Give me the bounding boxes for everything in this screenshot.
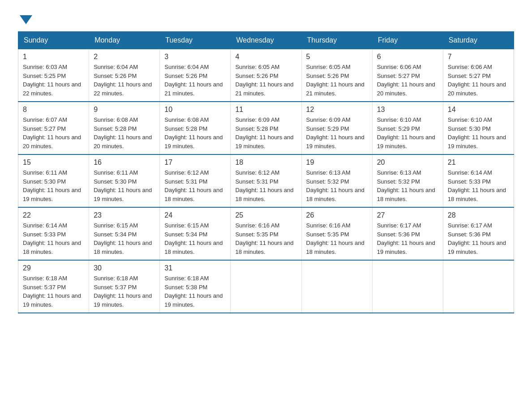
day-info: Sunrise: 6:07 AM Sunset: 5:27 PM Dayligh… [23, 116, 84, 150]
day-number: 10 [164, 106, 226, 114]
calendar-cell: 13 Sunrise: 6:10 AM Sunset: 5:29 PM Dayl… [372, 102, 443, 154]
calendar-table: SundayMondayTuesdayWednesdayThursdayFrid… [18, 31, 514, 313]
day-number: 13 [377, 106, 438, 114]
header-row: SundayMondayTuesdayWednesdayThursdayFrid… [18, 32, 514, 49]
calendar-cell: 7 Sunrise: 6:06 AM Sunset: 5:27 PM Dayli… [443, 49, 514, 102]
day-number: 6 [377, 53, 438, 61]
day-number: 20 [377, 158, 438, 167]
calendar-cell: 20 Sunrise: 6:13 AM Sunset: 5:32 PM Dayl… [372, 154, 443, 207]
calendar-cell: 30 Sunrise: 6:18 AM Sunset: 5:37 PM Dayl… [89, 260, 160, 313]
calendar-cell: 29 Sunrise: 6:18 AM Sunset: 5:37 PM Dayl… [18, 260, 89, 313]
day-info: Sunrise: 6:06 AM Sunset: 5:27 PM Dayligh… [377, 63, 438, 98]
day-info: Sunrise: 6:16 AM Sunset: 5:35 PM Dayligh… [235, 221, 296, 256]
day-number: 12 [306, 106, 368, 114]
logo [18, 13, 32, 22]
day-info: Sunrise: 6:11 AM Sunset: 5:30 PM Dayligh… [23, 168, 84, 203]
day-info: Sunrise: 6:11 AM Sunset: 5:30 PM Dayligh… [94, 168, 155, 203]
calendar-cell: 24 Sunrise: 6:15 AM Sunset: 5:34 PM Dayl… [160, 207, 231, 260]
day-info: Sunrise: 6:15 AM Sunset: 5:34 PM Dayligh… [164, 221, 226, 256]
day-number: 9 [94, 106, 155, 114]
calendar-cell: 5 Sunrise: 6:05 AM Sunset: 5:26 PM Dayli… [301, 49, 372, 102]
column-header-friday: Friday [372, 32, 443, 49]
calendar-cell: 14 Sunrise: 6:10 AM Sunset: 5:30 PM Dayl… [443, 102, 514, 154]
day-info: Sunrise: 6:04 AM Sunset: 5:26 PM Dayligh… [94, 63, 155, 98]
day-info: Sunrise: 6:15 AM Sunset: 5:34 PM Dayligh… [94, 221, 155, 256]
day-info: Sunrise: 6:08 AM Sunset: 5:28 PM Dayligh… [164, 116, 226, 150]
day-info: Sunrise: 6:13 AM Sunset: 5:32 PM Dayligh… [377, 168, 438, 203]
day-info: Sunrise: 6:12 AM Sunset: 5:31 PM Dayligh… [235, 168, 296, 203]
day-number: 14 [448, 106, 509, 114]
day-info: Sunrise: 6:14 AM Sunset: 5:33 PM Dayligh… [448, 168, 509, 203]
column-header-saturday: Saturday [443, 32, 514, 49]
day-number: 29 [23, 264, 84, 272]
calendar-cell: 11 Sunrise: 6:09 AM Sunset: 5:28 PM Dayl… [231, 102, 301, 154]
calendar-cell: 28 Sunrise: 6:17 AM Sunset: 5:36 PM Dayl… [443, 207, 514, 260]
day-info: Sunrise: 6:17 AM Sunset: 5:36 PM Dayligh… [377, 221, 438, 256]
calendar-cell: 26 Sunrise: 6:16 AM Sunset: 5:35 PM Dayl… [301, 207, 372, 260]
calendar-week-3: 15 Sunrise: 6:11 AM Sunset: 5:30 PM Dayl… [18, 154, 514, 207]
day-info: Sunrise: 6:06 AM Sunset: 5:27 PM Dayligh… [448, 63, 509, 98]
day-number: 16 [94, 158, 155, 167]
day-number: 7 [448, 53, 509, 61]
calendar-cell: 18 Sunrise: 6:12 AM Sunset: 5:31 PM Dayl… [231, 154, 301, 207]
calendar-cell: 25 Sunrise: 6:16 AM Sunset: 5:35 PM Dayl… [231, 207, 301, 260]
day-info: Sunrise: 6:04 AM Sunset: 5:26 PM Dayligh… [164, 63, 226, 98]
day-number: 1 [23, 53, 84, 61]
day-number: 21 [448, 158, 509, 167]
day-info: Sunrise: 6:05 AM Sunset: 5:26 PM Dayligh… [235, 63, 296, 98]
day-number: 22 [23, 211, 84, 219]
calendar-cell: 16 Sunrise: 6:11 AM Sunset: 5:30 PM Dayl… [89, 154, 160, 207]
day-number: 26 [306, 211, 368, 219]
day-info: Sunrise: 6:09 AM Sunset: 5:29 PM Dayligh… [306, 116, 368, 150]
day-number: 25 [235, 211, 296, 219]
day-number: 8 [23, 106, 84, 114]
day-number: 31 [164, 264, 226, 272]
day-number: 2 [94, 53, 155, 61]
calendar-cell: 31 Sunrise: 6:18 AM Sunset: 5:38 PM Dayl… [160, 260, 231, 313]
calendar-cell: 19 Sunrise: 6:13 AM Sunset: 5:32 PM Dayl… [301, 154, 372, 207]
calendar-cell: 22 Sunrise: 6:14 AM Sunset: 5:33 PM Dayl… [18, 207, 89, 260]
day-info: Sunrise: 6:10 AM Sunset: 5:30 PM Dayligh… [448, 116, 509, 150]
calendar-week-2: 8 Sunrise: 6:07 AM Sunset: 5:27 PM Dayli… [18, 102, 514, 154]
calendar-body: 1 Sunrise: 6:03 AM Sunset: 5:25 PM Dayli… [18, 49, 514, 313]
calendar-cell: 4 Sunrise: 6:05 AM Sunset: 5:26 PM Dayli… [231, 49, 301, 102]
calendar-cell: 23 Sunrise: 6:15 AM Sunset: 5:34 PM Dayl… [89, 207, 160, 260]
day-number: 19 [306, 158, 368, 167]
day-number: 11 [235, 106, 296, 114]
calendar-cell: 21 Sunrise: 6:14 AM Sunset: 5:33 PM Dayl… [443, 154, 514, 207]
calendar-cell: 8 Sunrise: 6:07 AM Sunset: 5:27 PM Dayli… [18, 102, 89, 154]
day-info: Sunrise: 6:18 AM Sunset: 5:37 PM Dayligh… [94, 274, 155, 309]
day-info: Sunrise: 6:03 AM Sunset: 5:25 PM Dayligh… [23, 63, 84, 98]
day-info: Sunrise: 6:12 AM Sunset: 5:31 PM Dayligh… [164, 168, 226, 203]
day-number: 4 [235, 53, 296, 61]
calendar-cell [301, 260, 372, 313]
calendar-cell: 3 Sunrise: 6:04 AM Sunset: 5:26 PM Dayli… [160, 49, 231, 102]
calendar-cell: 1 Sunrise: 6:03 AM Sunset: 5:25 PM Dayli… [18, 49, 89, 102]
day-number: 5 [306, 53, 368, 61]
day-number: 23 [94, 211, 155, 219]
calendar-cell [372, 260, 443, 313]
day-info: Sunrise: 6:16 AM Sunset: 5:35 PM Dayligh… [306, 221, 368, 256]
calendar-cell: 9 Sunrise: 6:08 AM Sunset: 5:28 PM Dayli… [89, 102, 160, 154]
day-info: Sunrise: 6:13 AM Sunset: 5:32 PM Dayligh… [306, 168, 368, 203]
calendar-cell: 2 Sunrise: 6:04 AM Sunset: 5:26 PM Dayli… [89, 49, 160, 102]
day-info: Sunrise: 6:05 AM Sunset: 5:26 PM Dayligh… [306, 63, 368, 98]
calendar-cell: 6 Sunrise: 6:06 AM Sunset: 5:27 PM Dayli… [372, 49, 443, 102]
day-number: 17 [164, 158, 226, 167]
day-info: Sunrise: 6:14 AM Sunset: 5:33 PM Dayligh… [23, 221, 84, 256]
column-header-wednesday: Wednesday [231, 32, 301, 49]
calendar-cell: 15 Sunrise: 6:11 AM Sunset: 5:30 PM Dayl… [18, 154, 89, 207]
logo-triangle-icon [20, 15, 32, 24]
day-info: Sunrise: 6:10 AM Sunset: 5:29 PM Dayligh… [377, 116, 438, 150]
day-info: Sunrise: 6:18 AM Sunset: 5:38 PM Dayligh… [164, 274, 226, 309]
day-number: 28 [448, 211, 509, 219]
calendar-cell: 17 Sunrise: 6:12 AM Sunset: 5:31 PM Dayl… [160, 154, 231, 207]
column-header-tuesday: Tuesday [160, 32, 231, 49]
column-header-monday: Monday [89, 32, 160, 49]
day-number: 18 [235, 158, 296, 167]
day-info: Sunrise: 6:17 AM Sunset: 5:36 PM Dayligh… [448, 221, 509, 256]
page-header [18, 13, 514, 22]
calendar-header: SundayMondayTuesdayWednesdayThursdayFrid… [18, 32, 514, 49]
calendar-week-1: 1 Sunrise: 6:03 AM Sunset: 5:25 PM Dayli… [18, 49, 514, 102]
calendar-week-5: 29 Sunrise: 6:18 AM Sunset: 5:37 PM Dayl… [18, 260, 514, 313]
